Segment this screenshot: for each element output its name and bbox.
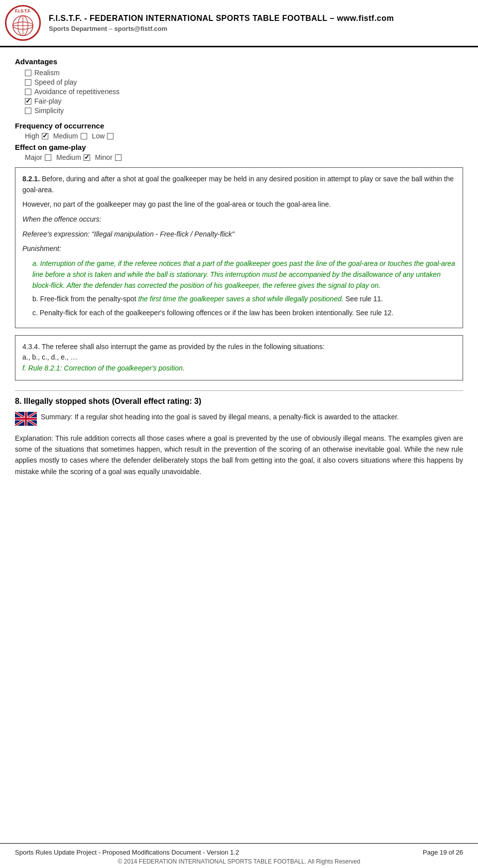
realism-label: Realism: [34, 69, 60, 77]
frequency-title: Frequency of occurrence: [15, 122, 463, 130]
dept-email: sports@fistf.com: [115, 25, 168, 32]
checkbox-low: [107, 133, 114, 139]
item-b-pre: b. Free-flick from the penalty-spot: [32, 295, 138, 303]
punishment-label-text: Punishment:: [22, 245, 61, 252]
speed-label: Speed of play: [34, 78, 77, 86]
footer-right: Page 19 of 26: [423, 849, 463, 856]
list-item: Fair-play: [25, 97, 463, 105]
footer-copyright: © 2014 FEDERATION INTERNATIONAL SPORTS T…: [15, 858, 463, 865]
freq-medium: Medium: [53, 132, 87, 140]
page-wrapper: F.I.S.T.F. F.I.S.T.F. - FEDERATION INTER…: [0, 0, 478, 868]
info-rule-ref: 4.3.4.: [22, 343, 40, 351]
uk-flag-icon: [15, 412, 37, 426]
advantages-title: Advantages: [15, 57, 463, 66]
rule-821-p2: However, no part of the goalkeeper may g…: [22, 199, 456, 210]
item-c-text: c. Penalty-flick for each of the goalkee…: [32, 309, 393, 317]
freq-low: Low: [92, 132, 114, 140]
referee-label: Referee's expression:: [22, 230, 90, 238]
dept-label: Sports Department: [49, 25, 107, 32]
checkbox-high: [42, 133, 48, 139]
rule-box-821: 8.2.1. Before, during and after a shot a…: [15, 167, 463, 328]
list-item: Speed of play: [25, 78, 463, 86]
list-item: Realism: [25, 69, 463, 77]
checkbox-avoidance: [25, 89, 31, 95]
freq-high: High: [25, 132, 48, 140]
explanation-block: Explanation: This rule addition corrects…: [15, 433, 463, 478]
punishment-item-a: a. Interruption of the game, if the refe…: [22, 258, 456, 291]
header-title: F.I.S.T.F. - FEDERATION INTERNATIONAL SP…: [49, 14, 394, 23]
summary-bold: Summary:: [41, 413, 73, 421]
checkbox-effect-medium: [84, 154, 90, 161]
svg-text:F.I.S.T.F.: F.I.S.T.F.: [15, 9, 31, 13]
simplicity-label: Simplicity: [34, 107, 64, 115]
avoidance-label: Avoidance of repetitiveness: [34, 88, 120, 96]
effect-medium-label: Medium: [56, 153, 81, 161]
explanation-bold: Explanation:: [15, 434, 53, 442]
content: Advantages Realism Speed of play Avoidan…: [0, 47, 478, 843]
info-text1: The referee shall also interrupt the gam…: [42, 343, 325, 351]
checkbox-minor: [115, 154, 121, 161]
checkbox-realism: [25, 70, 31, 76]
summary-body: If a regular shot heading into the goal …: [73, 413, 399, 421]
freq-medium-label: Medium: [53, 132, 78, 140]
header: F.I.S.T.F. F.I.S.T.F. - FEDERATION INTER…: [0, 0, 478, 47]
punishment-label: Punishment:: [22, 244, 456, 254]
item-b-post: See rule 11.: [344, 295, 383, 303]
punishment-item-c: c. Penalty-flick for each of the goalkee…: [22, 308, 456, 319]
info-box-434: 4.3.4. The referee shall also interrupt …: [15, 335, 463, 380]
summary-row: Summary: If a regular shot heading into …: [15, 412, 463, 426]
info-434-p1: 4.3.4. The referee shall also interrupt …: [22, 342, 456, 353]
frequency-row: High Medium Low: [15, 132, 463, 140]
info-item-f: f. Rule 8.2.1: Correction of the goalkee…: [22, 363, 456, 374]
referee-line: Referee's expression: "Illegal manipulat…: [22, 229, 456, 240]
checkbox-medium: [81, 133, 87, 139]
checkbox-simplicity: [25, 108, 31, 114]
item-a-text: a. Interruption of the game, if the refe…: [32, 259, 455, 289]
freq-high-label: High: [25, 132, 39, 140]
header-subtitle: Sports Department – sports@fistf.com: [49, 25, 394, 32]
effect-major: Major: [25, 153, 51, 161]
referee-expression: "Illegal manipulation - Free-flick / Pen…: [92, 230, 235, 238]
effect-section: Effect on game-play Major Medium Minor: [15, 143, 463, 161]
freq-low-label: Low: [92, 132, 105, 140]
rule-821-text1: Before, during and after a shot at goal …: [22, 175, 454, 194]
effect-minor-label: Minor: [95, 153, 113, 161]
info-items: a., b., c., d., e., …: [22, 352, 456, 363]
frequency-section: Frequency of occurrence High Medium Low: [15, 122, 463, 140]
offence-label: When the offence occurs:: [22, 215, 102, 223]
effect-minor: Minor: [95, 153, 121, 161]
footer-left: Sports Rules Update Project - Proposed M…: [15, 849, 239, 856]
offence-line: When the offence occurs:: [22, 214, 456, 225]
effect-major-label: Major: [25, 153, 42, 161]
checkbox-major: [45, 154, 51, 161]
rule-number: 8.2.1.: [22, 175, 40, 183]
section-8-title: 8. Illegally stopped shots (Overall effe…: [15, 390, 463, 406]
summary-text: Summary: If a regular shot heading into …: [41, 412, 463, 423]
punishment-item-b: b. Free-flick from the penalty-spot the …: [22, 294, 456, 305]
effect-title: Effect on game-play: [15, 143, 463, 151]
checkbox-fairplay: [25, 98, 31, 105]
fairplay-label: Fair-play: [34, 97, 61, 105]
effect-row: Major Medium Minor: [15, 153, 463, 161]
advantages-list: Realism Speed of play Avoidance of repet…: [15, 69, 463, 115]
list-item: Avoidance of repetitiveness: [25, 88, 463, 96]
effect-medium: Medium: [56, 153, 90, 161]
item-b-italic: the first time the goalkeeper saves a sh…: [138, 295, 343, 303]
list-item: Simplicity: [25, 107, 463, 115]
rule-821-p1: 8.2.1. Before, during and after a shot a…: [22, 174, 456, 195]
footer-row1: Sports Rules Update Project - Proposed M…: [15, 849, 463, 856]
header-text: F.I.S.T.F. - FEDERATION INTERNATIONAL SP…: [49, 14, 394, 32]
logo: F.I.S.T.F.: [5, 5, 41, 41]
checkbox-speed: [25, 79, 31, 86]
explanation-text: This rule addition corrects all those ca…: [15, 434, 463, 476]
svg-rect-14: [25, 412, 27, 426]
advantages-section: Advantages Realism Speed of play Avoidan…: [15, 57, 463, 115]
footer: Sports Rules Update Project - Proposed M…: [0, 843, 478, 868]
